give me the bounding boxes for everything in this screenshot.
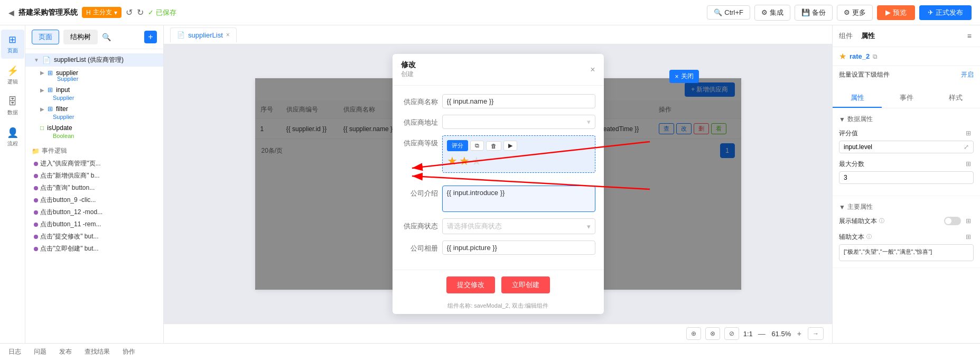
bottom-bar-publish[interactable]: 发布: [59, 347, 72, 356]
modal-close-icon[interactable]: ×: [590, 65, 595, 75]
picture-label: 公司相册: [401, 241, 438, 253]
tree-collapse-icon: ▶: [40, 70, 44, 76]
footer-align-btn[interactable]: ⊘: [724, 327, 739, 340]
undo-button[interactable]: ↺: [126, 7, 133, 17]
event-dot-3: [34, 198, 38, 202]
rating-delete-btn[interactable]: 🗑: [486, 141, 501, 151]
search-icon: 🔍: [714, 8, 722, 16]
tree-event-6[interactable]: 点击"提交修改" but...: [25, 230, 163, 243]
batch-link[interactable]: 开启: [961, 70, 974, 79]
event-dot-0: [34, 162, 38, 166]
tree-event-section: 📁 事件逻辑: [25, 143, 163, 158]
name-input[interactable]: [442, 94, 595, 108]
tree-item-input[interactable]: ▶ ⊞ input: [25, 84, 163, 96]
tree-collapse-icon2: ▶: [40, 87, 44, 93]
footer-expand-btn[interactable]: →: [808, 327, 824, 340]
tree-input-label: input: [56, 86, 70, 94]
tree-add-button[interactable]: +: [144, 31, 157, 43]
tab-close-icon[interactable]: ×: [226, 31, 230, 39]
address-select[interactable]: ▾: [442, 115, 595, 129]
more-button[interactable]: ⚙ 更多: [837, 5, 873, 21]
event-dot-5: [34, 223, 38, 227]
max-score-icon[interactable]: ⊞: [963, 159, 974, 169]
zoom-plus-btn[interactable]: +: [795, 328, 804, 339]
max-score-label: 最大分数: [839, 160, 864, 169]
tree-event-1[interactable]: 点击"新增供应商" b...: [25, 170, 163, 182]
sidebar-item-flow[interactable]: 👤 流程: [1, 123, 24, 152]
tree-event-2[interactable]: 点击"查询" button...: [25, 182, 163, 194]
backup-button[interactable]: 💾 备份: [795, 5, 833, 21]
bottom-bar: 日志 问题 发布 查找结果 协作: [0, 343, 980, 360]
zoom-minus-btn[interactable]: —: [756, 328, 768, 339]
right-panel-collapse-btn[interactable]: ≡: [965, 30, 974, 42]
score-value-icon[interactable]: ⊞: [963, 128, 974, 139]
bottom-bar-issues[interactable]: 问题: [34, 347, 46, 356]
picture-input[interactable]: [442, 241, 595, 255]
bottom-bar-find[interactable]: 查找结果: [85, 347, 110, 356]
star-2[interactable]: ★: [459, 154, 470, 168]
component-copy-icon[interactable]: ⧉: [873, 53, 878, 60]
tree-header: 页面 结构树 🔍 +: [25, 25, 163, 49]
tree-item-supplierlist[interactable]: ▼ 📄 supplierList (供应商管理): [25, 53, 163, 67]
show-helper-row: 展示辅助文本 ⓘ ⊞: [839, 216, 974, 226]
rating-more-btn[interactable]: ▶: [503, 141, 517, 151]
tree-arrow-icon: ▼: [34, 57, 39, 63]
create-button[interactable]: 立即创建: [501, 276, 550, 293]
submit-button[interactable]: 提交修改: [446, 276, 495, 293]
helper-text-row: 辅助文本 ⓘ ⊞ ["极差","失望","一般","满意","惊喜"]: [839, 232, 974, 261]
helper-text-expand-icon[interactable]: ⊞: [963, 232, 974, 242]
score-value-text[interactable]: input.level: [844, 143, 964, 151]
score-expand-icon[interactable]: ⤢: [964, 143, 969, 151]
modal-title-modify: 修改: [401, 60, 416, 70]
tree-item-filter[interactable]: ▶ ⊞ filter: [25, 103, 163, 115]
star-1[interactable]: ★: [447, 154, 458, 168]
footer-fit-btn[interactable]: ⊗: [705, 327, 720, 340]
search-button[interactable]: 🔍 Ctrl+F: [707, 5, 750, 20]
canvas-tabs: 📄 supplierList ×: [164, 25, 832, 44]
main-properties-section: ▼ 主要属性 展示辅助文本 ⓘ ⊞: [833, 196, 980, 268]
tree-event-0[interactable]: 进入"供应商管理"页...: [25, 158, 163, 170]
star-3[interactable]: ★: [471, 154, 482, 168]
max-score-input[interactable]: 3: [839, 171, 974, 184]
introduce-textarea[interactable]: {{ input.introduce }}: [442, 186, 595, 212]
bottom-bar-collab[interactable]: 协作: [123, 347, 135, 356]
show-helper-expand-icon[interactable]: ⊞: [963, 216, 974, 226]
rating-score-btn[interactable]: 评分: [447, 140, 468, 151]
tab-events[interactable]: 事件: [882, 89, 931, 108]
branch-tag[interactable]: H 主分支 ▾: [82, 7, 122, 18]
right-panel-header: 组件 属性 ≡: [833, 25, 980, 47]
publish-button[interactable]: ✈ 正式发布: [919, 5, 972, 20]
helper-text-value[interactable]: ["极差","失望","一般","满意","惊喜"]: [839, 244, 974, 261]
tree-event-3[interactable]: 点击button_9 -clic...: [25, 194, 163, 206]
tree-event-7[interactable]: 点击"立即创建" but...: [25, 243, 163, 255]
top-bar-left: ◀ 搭建采购管理系统 H 主分支 ▾ ↺ ↻ ✓ 已保存: [8, 7, 176, 18]
preview-button[interactable]: ▶ 预览: [877, 5, 915, 20]
tree-tab-structure[interactable]: 结构树: [63, 30, 98, 44]
status-select[interactable]: 请选择供应商状态 ▾: [442, 218, 595, 234]
sidebar-item-pages[interactable]: ⊞ 页面: [1, 30, 24, 59]
tab-styles[interactable]: 样式: [931, 89, 980, 108]
show-helper-toggle[interactable]: [944, 217, 961, 225]
canvas-tab-supplierlist[interactable]: 📄 supplierList ×: [170, 27, 237, 42]
footer-copy-btn[interactable]: ⊕: [686, 327, 701, 340]
data-props-title: ▼ 数据属性: [839, 115, 974, 124]
modal-title-section: 修改 创建: [401, 60, 416, 79]
tab-properties[interactable]: 属性: [833, 89, 882, 108]
tree-item-isupdate[interactable]: □ isUpdate: [25, 122, 163, 134]
close-overlay-button[interactable]: × 关闭: [669, 70, 698, 83]
bottom-bar-logs[interactable]: 日志: [8, 347, 21, 356]
back-icon[interactable]: ◀: [8, 8, 14, 17]
sidebar-item-data[interactable]: 🗄 数据: [1, 92, 24, 121]
tree-tab-page[interactable]: 页面: [32, 30, 59, 44]
sidebar-item-logic[interactable]: ⚡ 逻辑: [1, 61, 24, 90]
integrate-button[interactable]: ⚙ 集成: [754, 5, 790, 21]
rating-copy-btn[interactable]: ⧉: [470, 141, 484, 151]
tree-event-5[interactable]: 点击button_11 -rem...: [25, 218, 163, 230]
main-props-title: ▼ 主要属性: [839, 202, 974, 211]
tree-search-icon[interactable]: 🔍: [102, 33, 111, 41]
tree-event-4[interactable]: 点击button_12 -mod...: [25, 206, 163, 218]
event-label-3: 点击button_9 -clic...: [40, 196, 96, 205]
modal-hint: 组件名称: saveModal_2, 双击:编辑组件: [393, 300, 604, 314]
redo-button[interactable]: ↻: [137, 7, 144, 17]
address-label: 供应商地址: [401, 115, 438, 127]
